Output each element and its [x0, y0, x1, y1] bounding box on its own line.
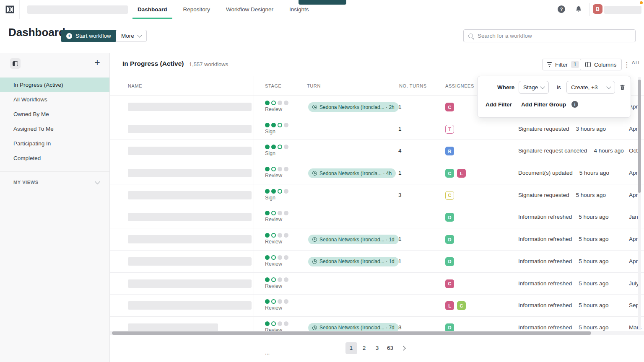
assignee-avatar: C: [445, 191, 454, 200]
table-row[interactable]: Review Sedona Networks (Ironclad... · 1d…: [110, 228, 644, 251]
columns-icon: [585, 62, 591, 67]
table-row[interactable]: Review Sedona Networks (Ironcla... · 4h …: [110, 162, 644, 184]
activity-time: 5 hours ago: [579, 302, 608, 308]
filter-value-select[interactable]: Create, +3: [566, 81, 615, 94]
start-workflow-label: Start workflow: [75, 33, 111, 39]
table-row[interactable]: Sign 3 C Signature requested 5 hours ago…: [110, 184, 644, 207]
stage-dot: [278, 189, 282, 194]
column-header-stage[interactable]: STAGE: [265, 83, 281, 88]
column-header-turn[interactable]: TURN: [307, 83, 321, 88]
stage-dot: [284, 145, 288, 149]
plus-circle-icon: +: [66, 33, 72, 39]
sidebar: + In Progress (Active)All WorkflowsOwned…: [0, 53, 110, 362]
delete-filter-icon[interactable]: [619, 84, 626, 92]
sidebar-item-participating-in[interactable]: Participating In: [0, 136, 109, 151]
stage-dot: [265, 101, 270, 105]
column-header-name[interactable]: NAME: [128, 83, 142, 88]
stage-progress-dots: [265, 211, 288, 215]
assignees-cell: CL: [445, 169, 466, 178]
stage-dot: [278, 211, 282, 215]
stage-label: Sign: [265, 195, 275, 201]
activity-text: Information refreshed: [518, 236, 572, 242]
my-views-section-header[interactable]: MY VIEWS: [0, 176, 109, 189]
sidebar-item-all-workflows[interactable]: All Workflows: [0, 92, 109, 107]
stage-dot: [284, 211, 288, 215]
app-root: DashboardRepositoryWorkflow DesignerInsi…: [0, 0, 644, 362]
stage-dot: [265, 277, 270, 282]
sidebar-divider: [0, 74, 109, 74]
stage-progress-dots: [265, 277, 288, 282]
sidebar-item-assigned-to-me[interactable]: Assigned To Me: [0, 122, 109, 136]
columns-button[interactable]: Columns: [580, 59, 622, 70]
filter-field-select[interactable]: Stage: [519, 81, 549, 94]
vertical-scrollbar-thumb[interactable]: [638, 80, 641, 193]
page-1[interactable]: 1: [345, 342, 357, 354]
table-row[interactable]: Review Sedona Networks (Ironclad... · 7d…: [110, 317, 644, 331]
activity-time: 5 hours ago: [579, 170, 609, 176]
table-row[interactable]: Sign 1 T Signature requested 3 hours ago…: [110, 118, 644, 140]
activity-text: Information refreshed: [518, 302, 572, 308]
activity-time: 4 hours ago: [594, 147, 623, 154]
tab-repository[interactable]: Repository: [178, 0, 216, 19]
stage-progress-dots: [265, 299, 288, 304]
stage-label: Sign: [265, 150, 275, 156]
assignee-avatar: C: [445, 169, 454, 178]
last-activity-cell: Information refreshed 5 hours ago: [518, 258, 609, 264]
last-activity-cell: Information refreshed 5 hours ago: [518, 214, 609, 220]
sidebar-item-owned-by-me[interactable]: Owned By Me: [0, 107, 109, 122]
sidebar-item-completed[interactable]: Completed: [0, 151, 109, 165]
more-options-kebab-icon[interactable]: ⋮: [623, 59, 631, 70]
stage-label: Review: [265, 173, 282, 178]
chevron-down-icon: [540, 84, 545, 89]
stage-dot: [271, 145, 276, 149]
no-turns-value: 1: [398, 258, 402, 264]
tab-workflow-designer[interactable]: Workflow Designer: [221, 0, 278, 19]
table-row[interactable]: Review LC Information refreshed 5 hours …: [110, 295, 644, 317]
stage-progress-dots: [265, 145, 288, 149]
column-header-creation-date-partial: ATI: [632, 60, 639, 65]
horizontal-scrollbar-thumb[interactable]: [112, 331, 591, 335]
assignees-cell: D: [445, 235, 454, 244]
activity-text: Information refreshed: [518, 214, 572, 220]
search-input[interactable]: [477, 32, 631, 39]
stage-label: Review: [265, 239, 282, 245]
page-63[interactable]: 63: [384, 342, 396, 354]
page-3[interactable]: 3: [371, 342, 383, 354]
add-view-button[interactable]: +: [92, 57, 102, 68]
sidebar-collapse-button[interactable]: [10, 58, 21, 69]
bell-icon[interactable]: [575, 5, 582, 15]
help-icon[interactable]: ?: [558, 5, 565, 13]
stage-progress-dots: [265, 255, 288, 260]
no-turns-value: 1: [398, 170, 402, 176]
table-row[interactable]: Review C Information refreshed 5 hours a…: [110, 273, 644, 295]
more-label: More: [121, 33, 134, 39]
add-filter-button[interactable]: Add Filter: [486, 101, 512, 108]
activity-time: 5 hours ago: [579, 214, 608, 220]
column-header-assignees[interactable]: ASSIGNEES: [445, 83, 474, 88]
more-button[interactable]: More: [116, 30, 147, 42]
next-page-button[interactable]: [397, 342, 409, 354]
ironclad-logo-icon: [4, 4, 16, 15]
stage-label: Review: [265, 217, 282, 222]
sidebar-item-in-progress-active-[interactable]: In Progress (Active): [0, 78, 109, 92]
table-row[interactable]: Review D Information refreshed 5 hours a…: [110, 206, 644, 228]
activity-text: Signature requested: [518, 192, 569, 198]
user-name-redacted: [604, 6, 641, 14]
ironclad-logo[interactable]: [0, 0, 20, 19]
column-header-no-turns[interactable]: NO. TURNS: [399, 83, 427, 88]
table-row[interactable]: Sign 4 R Signature request canceled 4 ho…: [110, 140, 644, 162]
page-2[interactable]: 2: [358, 342, 370, 354]
last-activity-cell: Signature requested 3 hours ago: [518, 126, 606, 132]
filter-button[interactable]: Filter 1: [542, 59, 584, 70]
user-avatar[interactable]: B: [593, 4, 602, 14]
start-workflow-button[interactable]: + Start workflow: [61, 30, 117, 42]
cutoff-teal-button[interactable]: [299, 0, 346, 5]
table-row[interactable]: Review Sedona Networks (Ironclad... · 1d…: [110, 251, 644, 273]
stage-dot: [271, 255, 276, 260]
tab-dashboard[interactable]: Dashboard: [132, 0, 172, 19]
info-icon[interactable]: i: [571, 101, 578, 108]
add-filter-group-button[interactable]: Add Filter Group: [521, 101, 566, 108]
chevron-down-icon: [137, 33, 142, 37]
stage-dot: [265, 255, 270, 260]
stage-dot: [271, 167, 276, 171]
